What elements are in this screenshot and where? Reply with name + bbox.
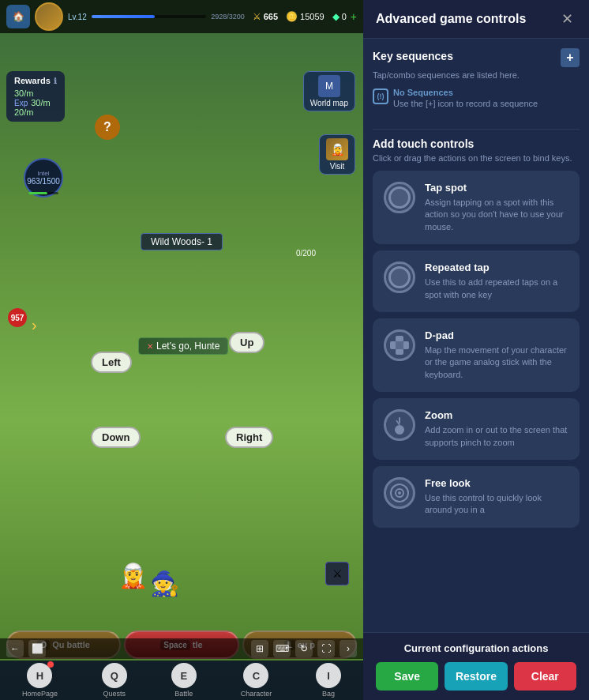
dir-right[interactable]: Right: [225, 427, 273, 448]
hp-overlay: 0/200: [296, 249, 316, 258]
home-icon[interactable]: 🏠: [6, 5, 30, 28]
free-look-desc: Use this control to quickly look around …: [425, 492, 568, 517]
nav-character-label: Character: [241, 690, 272, 698]
nav-quests[interactable]: Q Quests: [102, 663, 127, 698]
zoom-desc: Add zoom in or out to the screen that su…: [425, 424, 568, 449]
next-icon[interactable]: ›: [340, 640, 357, 657]
nav-bag-circle[interactable]: I: [316, 663, 341, 688]
svg-rect-0: [396, 336, 403, 342]
repeated-tap-control[interactable]: Repeated tap Use this to add repeated ta…: [373, 250, 580, 312]
visit-label: Visit: [326, 162, 348, 171]
repeated-tap-icon: [384, 262, 415, 293]
gold-stat: ⚔ 665: [253, 11, 278, 22]
dpad-control[interactable]: D-pad Map the movement of your character…: [373, 318, 580, 392]
dpad-svg: [388, 334, 411, 356]
character-sprite: 🧝: [118, 562, 148, 589]
rotation-icon[interactable]: ↻: [295, 640, 313, 657]
zoom-icon: [384, 409, 415, 441]
nav-battle[interactable]: E Battle: [171, 663, 197, 698]
add-sequence-button[interactable]: +: [561, 48, 580, 67]
question-marker[interactable]: ?: [95, 115, 120, 140]
tap-spot-name: Tap spot: [425, 182, 568, 194]
dir-up[interactable]: Up: [229, 332, 264, 353]
zoom-info: Zoom Add zoom in or out to the screen th…: [425, 409, 568, 449]
divider-1: [373, 129, 580, 130]
rewards-row-1: 30/m: [14, 88, 57, 98]
dpad-desc: Map the movement of your character or th…: [425, 344, 568, 381]
hint-icon: (!): [373, 88, 388, 104]
dpad-name: D-pad: [425, 329, 568, 341]
nav-quests-label: Quests: [103, 690, 126, 698]
map-icon: M: [318, 75, 340, 97]
fullscreen-icon[interactable]: ⛶: [317, 640, 335, 657]
nav-home-circle[interactable]: H: [27, 663, 52, 688]
dir-left[interactable]: Left: [91, 352, 132, 373]
bottom-nav: H HomePage Q Quests E Battle C Character…: [0, 660, 363, 700]
player-progress: 2928/3200: [211, 13, 245, 21]
dpad-info: D-pad Map the movement of your character…: [425, 329, 568, 381]
world-map-label: World map: [310, 99, 348, 107]
back-icon[interactable]: ←: [6, 640, 24, 657]
clear-button[interactable]: Clear: [514, 662, 576, 691]
location-banner: Wild Woods- 1: [141, 233, 223, 250]
nav-character-circle[interactable]: C: [243, 663, 268, 688]
add-touch-subtitle: Click or drag the actions on the screen …: [373, 153, 580, 163]
nav-character[interactable]: C Character: [241, 663, 272, 698]
banner-text: ✕ Let's go, Hunte: [138, 337, 228, 355]
free-look-control[interactable]: Free look Use this control to quickly lo…: [373, 466, 580, 528]
svg-point-5: [395, 425, 404, 435]
panel-header: Advanced game controls ✕: [363, 0, 589, 39]
add-touch-section: Add touch controls Click or drag the act…: [373, 137, 580, 163]
svg-rect-4: [396, 341, 403, 349]
nav-quests-circle[interactable]: Q: [102, 663, 127, 688]
save-button[interactable]: Save: [376, 662, 438, 691]
visit-button[interactable]: 🧝 Visit: [319, 134, 355, 175]
svg-point-11: [398, 491, 401, 495]
key-sequences-subtitle: Tap/combo sequences are listed here.: [373, 70, 580, 80]
world-map-button[interactable]: M World map: [303, 71, 355, 111]
right-panel: Advanced game controls ✕ Key sequences +…: [363, 0, 589, 700]
rewards-row-3: 20/m: [14, 107, 57, 117]
tap-spot-control[interactable]: Tap spot Assign tapping on a spot with t…: [373, 171, 580, 244]
restore-button[interactable]: Restore: [445, 662, 507, 691]
grid-icon[interactable]: ⊞: [251, 640, 268, 657]
config-title: Current configuration actions: [376, 642, 576, 654]
nav-battle-circle[interactable]: E: [171, 663, 197, 688]
no-sequences-label: No Sequences: [393, 88, 538, 97]
nav-home[interactable]: H HomePage: [22, 663, 58, 698]
player-level: Lv.12: [68, 13, 87, 21]
svg-rect-2: [390, 341, 396, 349]
zoom-name: Zoom: [425, 409, 568, 421]
player-avatar: [35, 2, 63, 31]
panel-title: Advanced game controls: [376, 12, 526, 26]
close-button[interactable]: ✕: [557, 9, 576, 28]
rewards-title: Rewards ℹ: [14, 76, 57, 85]
top-bar: 🏠 Lv.12 2928/3200 ⚔ 665 🪙 15059 ◆ 0: [0, 0, 363, 33]
intel-badge: Intel 963/1500: [24, 158, 63, 198]
item-badge[interactable]: ⚔: [325, 562, 349, 585]
rewards-row-exp: Exp 30/m: [14, 98, 57, 107]
config-buttons: Save Restore Clear: [376, 662, 576, 691]
add-touch-title: Add touch controls: [373, 137, 580, 150]
repeated-tap-desc: Use this to add repeated taps on a spot …: [425, 277, 568, 301]
home-sys-icon[interactable]: ⬜: [28, 640, 46, 657]
config-section: Current configuration actions Save Resto…: [363, 632, 589, 700]
keyboard-icon[interactable]: ⌨: [273, 640, 291, 657]
nav-bag-label: Bag: [322, 690, 335, 698]
free-look-info: Free look Use this control to quickly lo…: [425, 477, 568, 517]
game-area: 🏠 Lv.12 2928/3200 ⚔ 665 🪙 15059 ◆ 0: [0, 0, 363, 700]
repeated-tap-info: Repeated tap Use this to add repeated ta…: [425, 262, 568, 301]
rewards-panel: Rewards ℹ 30/m Exp 30/m 20/m: [6, 71, 65, 122]
zoom-control[interactable]: Zoom Add zoom in or out to the screen th…: [373, 398, 580, 460]
coin-stat: 🪙 15059: [286, 11, 325, 22]
nav-bag[interactable]: I Bag: [316, 663, 341, 698]
freelook-svg: [388, 482, 411, 504]
key-sequences-title: Key sequences: [373, 50, 453, 62]
tap-spot-info: Tap spot Assign tapping on a spot with t…: [425, 182, 568, 233]
svg-rect-6: [399, 417, 400, 423]
nav-battle-label: Battle: [174, 690, 193, 698]
dir-down[interactable]: Down: [91, 427, 141, 448]
character-sprite-2: 🧙: [150, 570, 179, 597]
svg-rect-3: [403, 341, 409, 349]
nav-home-label: HomePage: [22, 690, 58, 698]
